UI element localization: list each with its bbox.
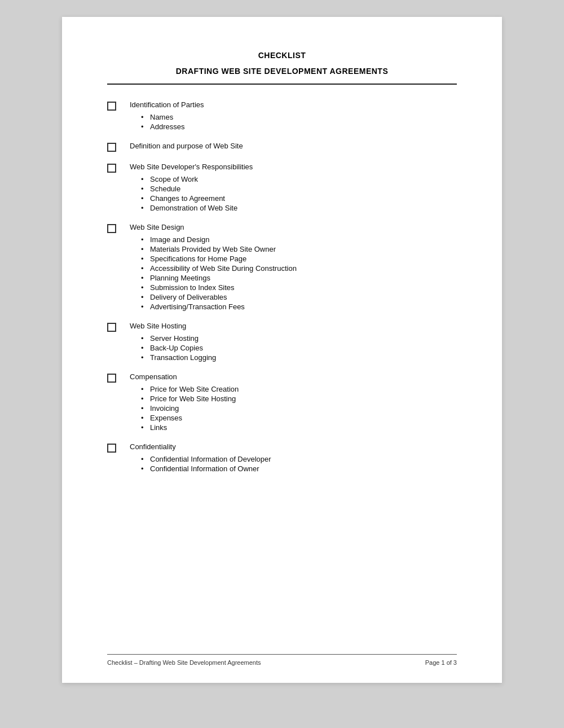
list-item: Expenses: [141, 413, 239, 423]
checklist-item-compensation: CompensationPrice for Web Site CreationP…: [107, 372, 457, 432]
item-content-confidentiality: ConfidentialityConfidential Information …: [130, 442, 271, 473]
list-item: Delivery of Deliverables: [141, 292, 297, 302]
item-content-hosting: Web Site HostingServer HostingBack-Up Co…: [130, 322, 216, 362]
checkbox-hosting[interactable]: [107, 323, 116, 332]
list-item: Planning Meetings: [141, 273, 297, 283]
checkbox-responsibilities[interactable]: [107, 164, 116, 173]
item-content-identification: Identification of PartiesNamesAddresses: [130, 100, 204, 131]
list-item: Submission to Index Sites: [141, 283, 297, 292]
checklist-item-design: Web Site DesignImage and DesignMaterials…: [107, 223, 457, 312]
page: CHECKLIST DRAFTING WEB SITE DEVELOPMENT …: [62, 17, 502, 683]
item-label-compensation: Compensation: [130, 372, 239, 381]
list-item: Confidential Information of Developer: [141, 454, 271, 464]
list-item: Transaction Logging: [141, 353, 216, 362]
list-item: Server Hosting: [141, 334, 216, 343]
checkbox-design[interactable]: [107, 224, 116, 233]
list-item: Demonstration of Web Site: [141, 203, 253, 213]
checkbox-compensation[interactable]: [107, 374, 116, 383]
footer: Checklist – Drafting Web Site Developmen…: [107, 654, 457, 666]
item-label-confidentiality: Confidentiality: [130, 442, 271, 451]
list-item: Names: [141, 112, 204, 122]
item-label-responsibilities: Web Site Developer's Responsibilities: [130, 163, 253, 171]
list-item: Specifications for Home Page: [141, 254, 297, 264]
item-content-definition: Definition and purpose of Web Site: [130, 142, 243, 152]
list-item: Changes to Agreement: [141, 194, 253, 203]
sub-list-hosting: Server HostingBack-Up CopiesTransaction …: [141, 334, 216, 362]
item-label-definition: Definition and purpose of Web Site: [130, 142, 243, 150]
checklist-item-hosting: Web Site HostingServer HostingBack-Up Co…: [107, 322, 457, 362]
list-item: Materials Provided by Web Site Owner: [141, 244, 297, 254]
sub-list-compensation: Price for Web Site CreationPrice for Web…: [141, 384, 239, 432]
item-label-hosting: Web Site Hosting: [130, 322, 216, 330]
list-item: Price for Web Site Creation: [141, 384, 239, 394]
sub-list-design: Image and DesignMaterials Provided by We…: [141, 235, 297, 312]
page-title: CHECKLIST: [107, 51, 457, 60]
checklist-item-identification: Identification of PartiesNamesAddresses: [107, 100, 457, 131]
item-content-compensation: CompensationPrice for Web Site CreationP…: [130, 372, 239, 432]
header-rule: [107, 84, 457, 85]
list-item: Invoicing: [141, 404, 239, 413]
list-item: Schedule: [141, 184, 253, 194]
item-label-identification: Identification of Parties: [130, 100, 204, 109]
sub-list-responsibilities: Scope of WorkScheduleChanges to Agreemen…: [141, 174, 253, 213]
footer-right: Page 1 of 3: [425, 659, 457, 666]
list-item: Scope of Work: [141, 174, 253, 184]
checkbox-confidentiality[interactable]: [107, 444, 116, 453]
sub-list-confidentiality: Confidential Information of DeveloperCon…: [141, 454, 271, 473]
checklist-item-confidentiality: ConfidentialityConfidential Information …: [107, 442, 457, 473]
list-item: Price for Web Site Hosting: [141, 394, 239, 404]
page-subtitle: DRAFTING WEB SITE DEVELOPMENT AGREEMENTS: [107, 67, 457, 76]
checkbox-definition[interactable]: [107, 143, 116, 152]
item-label-design: Web Site Design: [130, 223, 297, 231]
list-item: Image and Design: [141, 235, 297, 244]
header: CHECKLIST DRAFTING WEB SITE DEVELOPMENT …: [107, 51, 457, 76]
footer-left: Checklist – Drafting Web Site Developmen…: [107, 659, 261, 666]
list-item: Back-Up Copies: [141, 343, 216, 353]
list-item: Confidential Information of Owner: [141, 464, 271, 473]
checklist-item-definition: Definition and purpose of Web Site: [107, 142, 457, 152]
checklist-items: Identification of PartiesNamesAddressesD…: [107, 100, 457, 484]
list-item: Links: [141, 423, 239, 432]
sub-list-identification: NamesAddresses: [141, 112, 204, 131]
item-content-design: Web Site DesignImage and DesignMaterials…: [130, 223, 297, 312]
list-item: Advertising/Transaction Fees: [141, 302, 297, 312]
checkbox-identification[interactable]: [107, 102, 116, 111]
item-content-responsibilities: Web Site Developer's ResponsibilitiesSco…: [130, 163, 253, 213]
list-item: Addresses: [141, 122, 204, 131]
checklist-item-responsibilities: Web Site Developer's ResponsibilitiesSco…: [107, 163, 457, 213]
list-item: Accessibility of Web Site During Constru…: [141, 264, 297, 273]
